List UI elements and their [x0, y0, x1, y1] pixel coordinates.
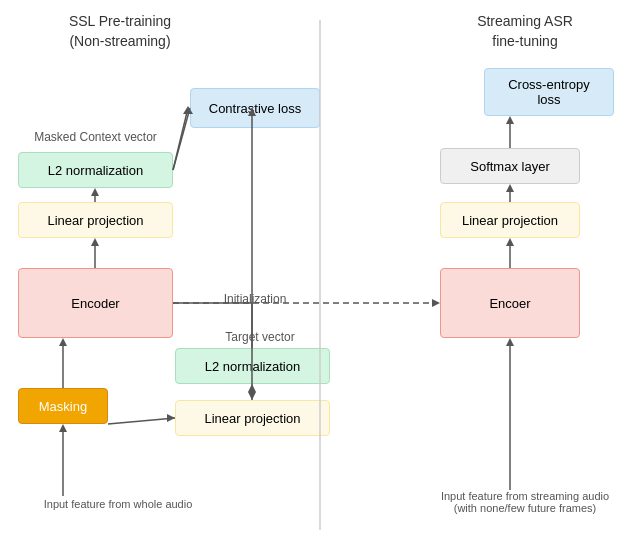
l2norm-left-box: L2 normalization — [18, 152, 173, 188]
linear-proj-right-label: Linear projection — [462, 213, 558, 228]
target-vector-label: Target vector — [200, 330, 320, 344]
encoder-right-box: Encoer — [440, 268, 580, 338]
softmax-label: Softmax layer — [470, 159, 549, 174]
l2norm-left-label: L2 normalization — [48, 163, 143, 178]
masking-label: Masking — [39, 399, 87, 414]
svg-line-18 — [108, 418, 175, 424]
initialization-label: Initialization — [195, 292, 315, 306]
encoder-left-box: Encoder — [18, 268, 173, 338]
masking-box: Masking — [18, 388, 108, 424]
svg-marker-19 — [167, 414, 175, 422]
svg-marker-27 — [506, 184, 514, 192]
svg-line-9 — [173, 108, 190, 170]
linear-proj-target-box: Linear projection — [175, 400, 330, 436]
softmax-box: Softmax layer — [440, 148, 580, 184]
left-section-title: SSL Pre-training(Non-streaming) — [20, 12, 220, 51]
svg-marker-12 — [248, 392, 256, 400]
svg-marker-29 — [506, 116, 514, 124]
diagram: SSL Pre-training(Non-streaming) Streamin… — [0, 0, 640, 544]
svg-marker-25 — [506, 238, 514, 246]
encoder-right-label: Encoer — [489, 296, 530, 311]
contrastive-loss-box: Contrastive loss — [190, 88, 320, 128]
cross-entropy-label: Cross-entropy loss — [508, 77, 590, 107]
input-left-label: Input feature from whole audio — [18, 498, 218, 510]
svg-marker-4 — [91, 238, 99, 246]
linear-proj-right-box: Linear projection — [440, 202, 580, 238]
l2norm-target-label: L2 normalization — [205, 359, 300, 374]
contrastive-loss-label: Contrastive loss — [209, 101, 301, 116]
linear-proj-target-label: Linear projection — [204, 411, 300, 426]
svg-marker-2 — [59, 338, 67, 346]
svg-marker-14 — [248, 384, 256, 392]
svg-line-7 — [173, 108, 188, 170]
l2norm-target-box: L2 normalization — [175, 348, 330, 384]
linear-proj-left-box: Linear projection — [18, 202, 173, 238]
encoder-left-label: Encoder — [71, 296, 119, 311]
linear-proj-left-label: Linear projection — [47, 213, 143, 228]
right-section-title: Streaming ASRfine-tuning — [420, 12, 630, 51]
svg-marker-23 — [506, 338, 514, 346]
input-right-label: Input feature from streaming audio (with… — [415, 490, 635, 514]
masked-context-label: Masked Context vector — [18, 130, 173, 144]
svg-marker-21 — [59, 424, 67, 432]
svg-marker-6 — [91, 188, 99, 196]
cross-entropy-box: Cross-entropy loss — [484, 68, 614, 116]
svg-marker-31 — [432, 299, 440, 307]
